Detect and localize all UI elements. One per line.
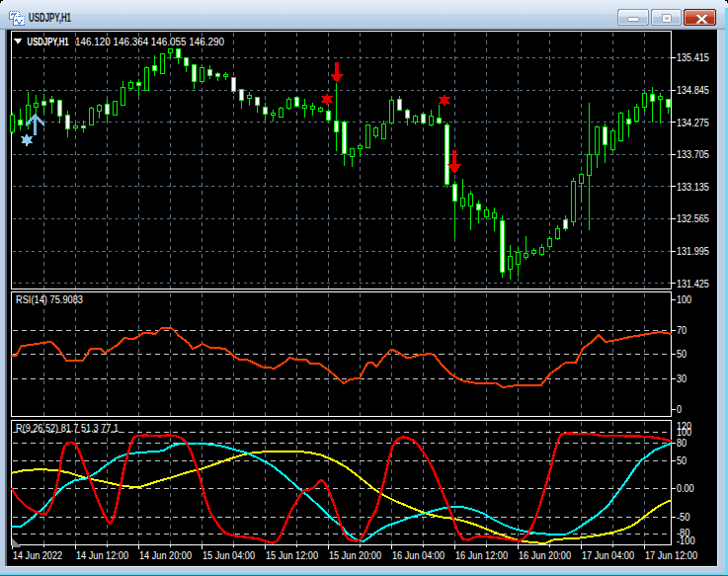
svg-text:131.995: 131.995	[677, 245, 709, 257]
svg-text:-100: -100	[677, 535, 695, 546]
svg-text:30: 30	[677, 372, 687, 384]
svg-text:USDJPY,H1: USDJPY,H1	[28, 36, 69, 47]
svg-text:133.705: 133.705	[677, 148, 709, 160]
svg-text:146.120 146.364 146.055 146.29: 146.120 146.364 146.055 146.290	[75, 36, 224, 47]
svg-text:17 Jun 04:00: 17 Jun 04:00	[582, 549, 634, 561]
svg-text:134.275: 134.275	[677, 117, 709, 128]
svg-text:0.00: 0.00	[677, 482, 694, 494]
svg-text:70: 70	[677, 324, 687, 336]
svg-text:R(9,26,52) 81.7 51.3 77.1: R(9,26,52) 81.7 51.3 77.1	[16, 422, 119, 434]
svg-text:17 Jun 12:00: 17 Jun 12:00	[645, 549, 697, 561]
svg-text:14 Jun 20:00: 14 Jun 20:00	[139, 549, 192, 561]
svg-text:15 Jun 04:00: 15 Jun 04:00	[202, 549, 255, 561]
svg-text:15 Jun 20:00: 15 Jun 20:00	[329, 549, 381, 561]
svg-text:80: 80	[677, 437, 687, 449]
svg-text:RSI(14) 75.9083: RSI(14) 75.9083	[16, 293, 83, 305]
svg-text:132.565: 132.565	[677, 212, 709, 224]
svg-text:14 Jun 12:00: 14 Jun 12:00	[76, 549, 128, 561]
svg-text:131.425: 131.425	[677, 278, 709, 289]
svg-text:16 Jun 20:00: 16 Jun 20:00	[519, 549, 571, 561]
svg-text:134.845: 134.845	[677, 84, 709, 96]
svg-text:-50: -50	[677, 511, 690, 523]
svg-text:16 Jun 12:00: 16 Jun 12:00	[455, 549, 508, 561]
svg-text:16 Jun 04:00: 16 Jun 04:00	[392, 549, 445, 561]
svg-text:100: 100	[677, 293, 691, 305]
svg-text:50: 50	[677, 348, 687, 360]
svg-text:0: 0	[677, 403, 682, 415]
svg-text:USDJPY,H1: USDJPY,H1	[29, 10, 71, 25]
svg-text:14 Jun 2022: 14 Jun 2022	[13, 549, 62, 561]
svg-text:15 Jun 12:00: 15 Jun 12:00	[266, 549, 318, 561]
svg-text:50: 50	[677, 454, 687, 466]
svg-text:135.415: 135.415	[677, 51, 709, 63]
svg-text:133.135: 133.135	[677, 181, 709, 193]
